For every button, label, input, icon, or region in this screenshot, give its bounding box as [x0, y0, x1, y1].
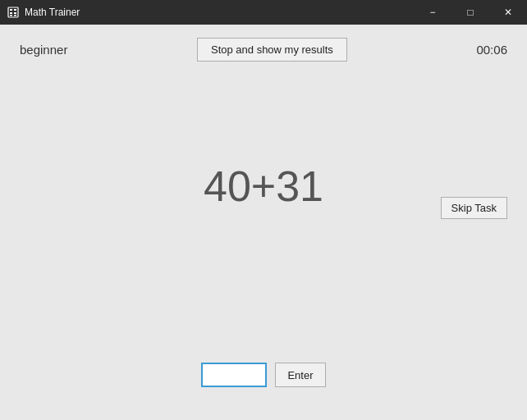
math-problem: 40+31 — [204, 162, 323, 211]
svg-rect-0 — [8, 7, 18, 17]
app-title: Math Trainer — [25, 7, 80, 18]
svg-rect-4 — [14, 12, 16, 14]
timer-display: 00:06 — [476, 43, 507, 57]
close-button[interactable]: ✕ — [489, 0, 527, 25]
difficulty-label: beginner — [20, 43, 67, 57]
svg-rect-1 — [10, 9, 12, 11]
top-bar: beginner Stop and show my results 00:06 — [0, 25, 527, 75]
title-bar: Math Trainer − □ ✕ — [0, 0, 527, 25]
stop-button[interactable]: Stop and show my results — [197, 38, 347, 62]
svg-rect-5 — [10, 15, 12, 16]
svg-rect-6 — [14, 15, 16, 16]
problem-area: 40+31 Skip Task — [0, 75, 527, 363]
maximize-button[interactable]: □ — [451, 0, 489, 25]
svg-rect-2 — [14, 9, 16, 11]
title-bar-left: Math Trainer — [7, 6, 80, 19]
skip-button[interactable]: Skip Task — [441, 197, 507, 219]
title-bar-controls: − □ ✕ — [414, 0, 527, 25]
main-content: beginner Stop and show my results 00:06 … — [0, 25, 527, 420]
minimize-button[interactable]: − — [414, 0, 451, 25]
answer-input[interactable] — [201, 363, 267, 387]
svg-rect-3 — [10, 12, 12, 14]
enter-button[interactable]: Enter — [275, 363, 325, 387]
calculator-icon — [7, 6, 20, 19]
answer-area: Enter — [0, 363, 527, 387]
